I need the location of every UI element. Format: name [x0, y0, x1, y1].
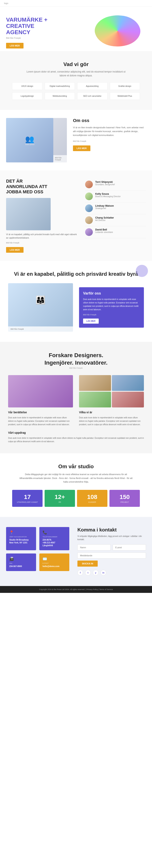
member-3-role: Strategichef: [95, 207, 114, 210]
contact-info-col: 📍 VÅRT HUVUDKONTOR Studio 94 BroadwayNew…: [6, 527, 69, 576]
studio-title: Om vår studio: [12, 463, 140, 470]
info-email: ✉️ E-POST hello@demo.com: [39, 554, 69, 571]
team-member-2: Kelly Souza Brand & Messaging Director: [85, 190, 146, 203]
studio-section: Om vår studio Detta tilläggsplugin ger d…: [0, 453, 152, 517]
service-seo[interactable]: SEO och varumärke: [77, 92, 107, 100]
gallery-img-3: [79, 392, 111, 407]
contact-inner: 📍 VÅRT HUVUDKONTOR Studio 94 BroadwayNew…: [6, 527, 146, 576]
why-image: Bild från Freepik 👨‍👩‍👧: [8, 283, 73, 332]
stat-years: 12+ ÅR: [45, 490, 75, 507]
address-value: Studio 94 BroadwayNew York, NY 1101: [9, 538, 33, 544]
services-grid: UI/UX design Digital marknadsföring Appu…: [12, 83, 140, 100]
gallery-img-4: [112, 392, 144, 407]
stat-clients-number: 108: [79, 494, 105, 500]
contact-name-input[interactable]: [77, 545, 111, 551]
stat-clients: 108 KUNDER: [77, 490, 107, 507]
stat-awards-number: 17: [14, 494, 41, 500]
team-member-1: Torri Shipoyski Grundare, designchef: [85, 179, 146, 190]
email-label: E-POST: [43, 562, 66, 564]
about-image: 👥 Team photo Bild från Freepik: [6, 118, 67, 162]
contact-email-input[interactable]: [113, 545, 146, 551]
avatar-david: [85, 228, 93, 236]
nav-logo: logo: [4, 2, 8, 4]
gallery-img-2: [112, 375, 144, 391]
avatar-kelly: [85, 192, 93, 200]
researchers-line1: Forskare Designers.: [8, 352, 144, 359]
stat-projects: 150 PROJEKT: [109, 490, 140, 507]
member-1-name: Torri Shipoyski: [95, 181, 115, 183]
hero-image: [89, 13, 146, 49]
member-3-info: Lindsay Watson Strategichef: [95, 205, 114, 210]
hero-title: VARUMÄRKE +CREATIVEAGENCY: [6, 17, 89, 35]
about-title: Om oss: [73, 118, 146, 123]
researchers-line2: Ingenjörer. Innovatörer.: [8, 359, 144, 366]
our-story-title: Vår berättelse: [8, 411, 73, 414]
stat-awards: 17 UTMÄRKELSER VUNNIT: [12, 490, 43, 507]
researchers-section: Forskare Designers. Ingenjörer. Innovatö…: [0, 342, 152, 453]
service-ux-ui[interactable]: UI/UX design: [12, 83, 42, 90]
about-cta-button[interactable]: LÄS MER: [73, 146, 91, 151]
service-graphic[interactable]: Grafisk design: [110, 83, 140, 90]
fax-label: FAX: [9, 562, 33, 564]
team-body: Vi är en kapabel, pålitlig och prisvärd …: [6, 233, 79, 240]
facebook-icon[interactable]: f: [77, 570, 83, 576]
phone-icon: 📞: [43, 530, 66, 535]
fax-icon: 📠: [9, 557, 33, 561]
why-cta-button[interactable]: LÄS MER: [83, 318, 99, 323]
our-story-body: Duis aute irure dolor in reprehenderit i…: [8, 416, 73, 426]
researchers-story-image: [8, 375, 73, 407]
email-value: hello@demo.com: [43, 565, 66, 568]
hero-content: VARUMÄRKE +CREATIVEAGENCY Bild från Free…: [6, 13, 89, 49]
member-4-info: Chang Schlatter Art Director: [95, 216, 114, 221]
member-2-role: Brand & Messaging Director: [95, 195, 121, 197]
researchers-gallery: [79, 375, 144, 407]
social-links: f t y in: [77, 570, 146, 576]
service-logo[interactable]: Logotypdesign: [12, 92, 42, 100]
about-image-label: Bild från Freepik: [53, 155, 67, 162]
hero-cta-button[interactable]: LÄS MER: [6, 43, 24, 49]
stat-years-number: 12+: [47, 494, 73, 500]
team-section: DET ÄRANNORLUNDA ATTJOBBA MED OSS Vi är …: [0, 170, 152, 260]
researchers-who-col: Vilka vi är Duis aute irure dolor in rep…: [79, 375, 144, 426]
brush-stroke-graphic: [92, 9, 143, 52]
mission-row: Vårt uppdrag Duis aute irure dolor in re…: [8, 431, 144, 443]
stat-projects-number: 150: [111, 494, 138, 500]
info-phone: 📞 TELEFONNUMMER 234-8676-+98-213-4567Lån…: [39, 527, 69, 550]
member-5-info: David Bell Ledande utvecklare: [95, 228, 113, 233]
team-cta-button[interactable]: LÄS MER: [6, 247, 24, 253]
contact-name-row: [77, 545, 146, 551]
team-image-tag: Bild från Freepik: [6, 242, 79, 244]
address-label: VÅRT HUVUDKONTOR: [9, 536, 33, 538]
about-content: Om oss Vi är en liten kreativ designstud…: [73, 118, 146, 162]
our-mission-title: Vårt uppdrag: [8, 431, 144, 434]
linkedin-icon[interactable]: in: [101, 570, 106, 576]
contact-message-input[interactable]: [77, 553, 146, 559]
hero-section: VARUMÄRKE +CREATIVEAGENCY Bild från Free…: [0, 7, 152, 51]
service-web[interactable]: Webbutveckling: [45, 92, 75, 100]
team-member-3: Lindsay Watson Strategichef: [85, 203, 146, 214]
stats-grid: 17 UTMÄRKELSER VUNNIT 12+ ÅR 108 KUNDER …: [12, 490, 140, 507]
contact-form-title: Komma i kontakt: [77, 527, 146, 533]
info-fax: 📠 FAX 234-567-8900: [6, 554, 36, 571]
phone-value: 234-8676-+98-213-4567Långfelfri6: [43, 538, 66, 547]
avatar-chang: [85, 216, 93, 224]
why-image-placeholder: 👨‍👩‍👧: [8, 283, 73, 317]
who-we-are-body: Duis aute irure dolor in reprehenderit i…: [79, 416, 144, 426]
service-webhost[interactable]: Webbhotell Plus: [110, 92, 140, 100]
fax-value: 234-567-8900: [9, 565, 33, 568]
about-image-tag: Bild från Freepik: [73, 140, 146, 142]
what-we-do-section: Vad vi gör Lorem ipsum dolor sit amet, c…: [0, 51, 152, 110]
service-digital[interactable]: Digital marknadsföring: [45, 83, 75, 90]
twitter-icon[interactable]: t: [85, 570, 91, 576]
team-member-5: David Bell Ledande utvecklare: [85, 226, 146, 238]
service-app[interactable]: Apputveckling: [77, 83, 107, 90]
why-box-title: Varför oss: [83, 291, 140, 296]
contact-submit-button[interactable]: SKICKA IN: [77, 561, 98, 567]
why-main-title: Vi är en kapabel, pålitlig och prisvärd …: [8, 271, 144, 277]
why-box: Varför oss Duis aute irure dolor in repr…: [79, 287, 144, 328]
team-member-4: Chang Schlatter Art Director: [85, 214, 146, 226]
info-grid: 📍 VÅRT HUVUDKONTOR Studio 94 BroadwayNew…: [6, 527, 69, 571]
why-box-body: Duis aute irure dolor in reprehenderit i…: [83, 298, 140, 311]
stat-years-label: ÅR: [47, 501, 73, 503]
youtube-icon[interactable]: y: [93, 570, 99, 576]
